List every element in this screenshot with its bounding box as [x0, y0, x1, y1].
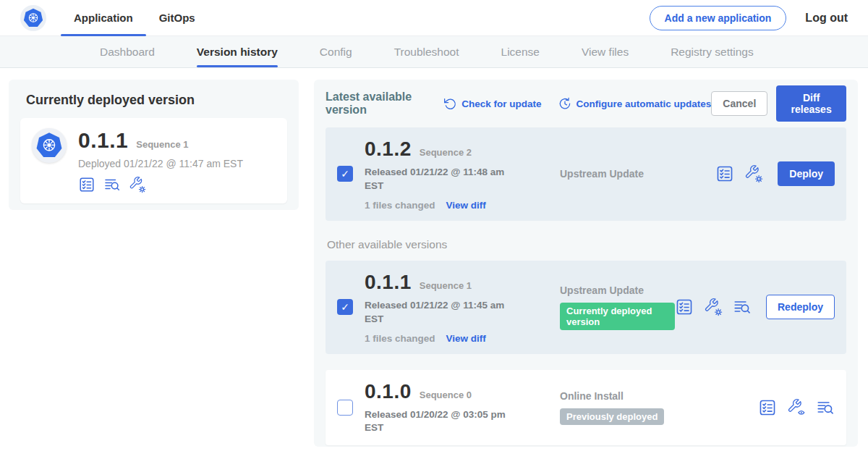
- version-checkbox[interactable]: [337, 166, 353, 182]
- files-changed-label: 1 files changed: [365, 333, 435, 344]
- check-for-update-link[interactable]: Check for update: [443, 96, 541, 111]
- deployed-version-card: 0.1.1 Sequence 1 Deployed 01/21/22 @ 11:…: [20, 118, 287, 203]
- add-application-button[interactable]: Add a new application: [650, 6, 787, 30]
- currently-deployed-badge: Currently deployed version: [560, 303, 675, 330]
- deploy-logs-icon[interactable]: [103, 176, 121, 193]
- version-number: 0.1.0: [365, 380, 412, 403]
- deployed-timestamp: Deployed 01/21/22 @ 11:47 am EST: [78, 158, 243, 169]
- tab-gitops-label: GitOps: [159, 12, 195, 24]
- tab-troubleshoot[interactable]: Troubleshoot: [394, 36, 459, 67]
- tab-view-files[interactable]: View files: [582, 36, 629, 67]
- released-timestamp: Released 01/21/22 @ 11:45 am EST: [365, 299, 527, 327]
- preflight-checklist-icon[interactable]: [758, 398, 777, 417]
- app-logo: [20, 5, 46, 31]
- deploy-logs-icon[interactable]: [816, 398, 835, 417]
- version-row-0-1-1: 0.1.1 Sequence 1 Released 01/21/22 @ 11:…: [326, 261, 846, 354]
- version-checkbox[interactable]: [337, 299, 353, 315]
- kubernetes-logo-icon: [35, 131, 64, 160]
- header-tabs: Application GitOps: [61, 0, 208, 36]
- deploy-button[interactable]: Deploy: [778, 161, 835, 186]
- tab-license-label: License: [501, 46, 540, 59]
- released-timestamp: Released 01/21/22 @ 11:48 am EST: [365, 166, 527, 193]
- tab-dashboard-label: Dashboard: [100, 46, 155, 59]
- configure-auto-updates-link[interactable]: Configure automatic updates: [558, 96, 712, 111]
- version-row-0-1-2: 0.1.2 Sequence 2 Released 01/21/22 @ 11:…: [326, 127, 846, 221]
- files-changed-label: 1 files changed: [365, 200, 435, 211]
- app-icon: [32, 128, 67, 163]
- latest-available-title: Latest available version: [326, 90, 427, 117]
- cancel-button[interactable]: Cancel: [711, 91, 767, 116]
- tab-troubleshoot-label: Troubleshoot: [394, 46, 459, 59]
- redeploy-button[interactable]: Redeploy: [766, 295, 835, 319]
- refresh-icon: [443, 96, 457, 111]
- logout-button[interactable]: Log out: [805, 12, 848, 25]
- diff-releases-button[interactable]: Diff releases: [776, 85, 846, 122]
- view-diff-link[interactable]: View diff: [446, 333, 486, 344]
- released-timestamp: Released 01/20/22 @ 03:05 pm EST: [365, 408, 527, 436]
- tab-gitops[interactable]: GitOps: [146, 0, 208, 36]
- version-number: 0.1.1: [365, 271, 412, 294]
- available-versions-panel: Latest available version Check for updat…: [314, 80, 858, 447]
- deployed-sequence-label: Sequence 1: [136, 139, 188, 150]
- previously-deployed-badge: Previously deployed: [560, 408, 664, 425]
- preflight-checklist-icon[interactable]: [675, 298, 694, 316]
- tab-dashboard[interactable]: Dashboard: [100, 36, 155, 67]
- version-checkbox[interactable]: [337, 400, 353, 416]
- deploy-logs-icon[interactable]: [733, 298, 752, 316]
- configure-auto-updates-label: Configure automatic updates: [576, 98, 712, 109]
- tab-view-files-label: View files: [582, 46, 629, 59]
- tab-config[interactable]: Config: [320, 36, 352, 67]
- view-diff-link[interactable]: View diff: [446, 200, 486, 211]
- tab-registry-settings[interactable]: Registry settings: [671, 36, 754, 67]
- top-header: Application GitOps Add a new application…: [0, 0, 868, 36]
- check-for-update-label: Check for update: [461, 98, 541, 109]
- other-versions-label: Other available versions: [327, 238, 846, 251]
- edit-config-icon[interactable]: [129, 176, 146, 193]
- version-row-0-1-0: 0.1.0 Sequence 0 Released 01/20/22 @ 03:…: [326, 370, 846, 446]
- auto-update-clock-icon: [558, 96, 572, 111]
- version-source-label: Online Install: [560, 390, 758, 402]
- kubernetes-logo-icon: [22, 7, 44, 29]
- currently-deployed-panel: Currently deployed version 0.1.1 Sequenc…: [9, 80, 299, 210]
- version-source-label: Upstream Update: [560, 285, 675, 296]
- tab-version-history[interactable]: Version history: [197, 36, 278, 67]
- sequence-label: Sequence 2: [420, 147, 472, 158]
- tab-registry-settings-label: Registry settings: [671, 46, 754, 59]
- tab-version-history-label: Version history: [197, 46, 278, 59]
- tab-license[interactable]: License: [501, 36, 540, 67]
- currently-deployed-title: Currently deployed version: [26, 93, 287, 108]
- preflight-checklist-icon[interactable]: [715, 164, 734, 183]
- app-subnav: Dashboard Version history Config Trouble…: [0, 36, 868, 68]
- edit-config-icon[interactable]: [744, 164, 763, 183]
- version-number: 0.1.2: [365, 138, 412, 161]
- tab-application[interactable]: Application: [61, 0, 146, 36]
- version-source-label: Upstream Update: [560, 168, 715, 180]
- tab-config-label: Config: [320, 46, 352, 59]
- sequence-label: Sequence 1: [420, 280, 472, 291]
- edit-config-icon[interactable]: [704, 298, 723, 316]
- view-config-icon[interactable]: [787, 398, 806, 417]
- sequence-label: Sequence 0: [420, 389, 472, 400]
- tab-application-label: Application: [74, 12, 133, 24]
- deployed-version-number: 0.1.1: [78, 128, 128, 153]
- preflight-checklist-icon[interactable]: [78, 176, 95, 193]
